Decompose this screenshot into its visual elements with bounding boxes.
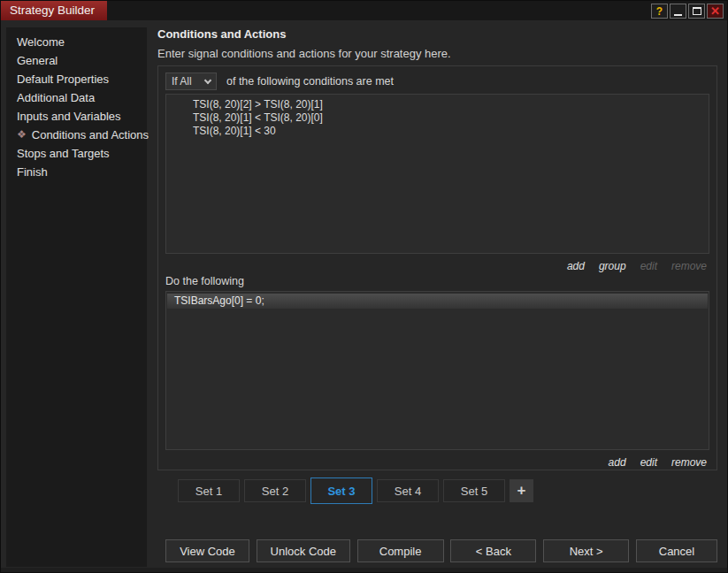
footer-buttons: View Code Unlock Code Compile < Back Nex… (165, 539, 717, 562)
sidebar-item-finish[interactable]: Finish (6, 163, 147, 181)
page-subtitle: Enter signal conditions and actions for … (157, 47, 717, 60)
action-item-selected[interactable]: TSIBarsAgo[0] = 0; (167, 294, 708, 309)
add-set-button[interactable]: + (510, 479, 533, 502)
condition-item[interactable]: TSI(8, 20)[1] < 30 (166, 125, 709, 138)
group-condition-link[interactable]: group (599, 260, 626, 272)
maximize-button[interactable] (688, 4, 705, 19)
remove-condition-link: remove (671, 260, 707, 272)
tab-set-2[interactable]: Set 2 (244, 479, 306, 502)
sidebar-item-general[interactable]: General (6, 51, 147, 70)
window-controls: ? ✕ (651, 4, 724, 19)
condition-item[interactable]: TSI(8, 20)[1] < TSI(8, 20)[0] (166, 111, 709, 125)
main-panel: Conditions and Actions Enter signal cond… (157, 27, 717, 567)
remove-action-link[interactable]: remove (671, 456, 707, 469)
sidebar-item-additional-data[interactable]: Additional Data (6, 88, 147, 107)
sidebar-item-stops-and-targets[interactable]: Stops and Targets (6, 144, 147, 163)
conditions-list[interactable]: TSI(8, 20)[2] > TSI(8, 20)[1] TSI(8, 20)… (165, 94, 709, 254)
current-step-icon: ❖ (17, 126, 27, 144)
chevron-down-icon (204, 76, 211, 83)
match-mode-label: of the following conditions are met (226, 75, 394, 88)
set-tabs: Set 1 Set 2 Set 3 Set 4 Set 5 + (178, 476, 533, 502)
maximize-icon (693, 7, 701, 15)
action-links: add edit remove (158, 456, 707, 469)
window-frame-bottom (1, 568, 727, 572)
actions-list[interactable]: TSIBarsAgo[0] = 0; (165, 291, 709, 450)
condition-item[interactable]: TSI(8, 20)[2] > TSI(8, 20)[1] (166, 98, 709, 111)
cancel-button[interactable]: Cancel (636, 539, 717, 562)
strategy-builder-window: Strategy Builder ? ✕ Welcome General Def… (0, 0, 728, 573)
condition-links: add group edit remove (158, 260, 707, 272)
sidebar-item-welcome[interactable]: Welcome (6, 33, 147, 51)
tab-set-1[interactable]: Set 1 (178, 479, 240, 502)
sidebar-item-default-properties[interactable]: Default Properties (6, 70, 147, 88)
actions-label: Do the following (165, 275, 717, 287)
close-icon: ✕ (710, 4, 720, 18)
view-code-button[interactable]: View Code (165, 539, 249, 562)
help-button[interactable]: ? (651, 4, 668, 19)
add-action-link[interactable]: add (609, 456, 626, 469)
tab-set-4[interactable]: Set 4 (377, 479, 439, 502)
close-button[interactable]: ✕ (707, 4, 724, 19)
edit-condition-link: edit (640, 260, 657, 272)
sidebar-item-inputs-and-variables[interactable]: Inputs and Variables (6, 107, 147, 126)
minimize-button[interactable] (670, 4, 686, 19)
tab-set-3[interactable]: Set 3 (310, 478, 372, 504)
titlebar: Strategy Builder ? ✕ (1, 1, 727, 20)
compile-button[interactable]: Compile (357, 539, 444, 562)
condition-set-page: If All of the following conditions are m… (157, 65, 717, 470)
window-title: Strategy Builder (1, 1, 107, 20)
add-condition-link[interactable]: add (567, 260, 585, 272)
edit-action-link[interactable]: edit (640, 456, 657, 469)
match-row: If All of the following conditions are m… (165, 73, 717, 90)
tab-set-5[interactable]: Set 5 (443, 479, 505, 502)
sidebar-item-conditions-and-actions[interactable]: ❖ Conditions and Actions (6, 126, 147, 144)
sidebar: Welcome General Default Properties Addit… (6, 27, 147, 567)
unlock-code-button[interactable]: Unlock Code (257, 539, 350, 562)
next-button[interactable]: Next > (543, 539, 629, 562)
page-title: Conditions and Actions (157, 27, 717, 41)
help-icon: ? (656, 5, 663, 18)
match-mode-dropdown[interactable]: If All (165, 73, 217, 90)
back-button[interactable]: < Back (450, 539, 536, 562)
minimize-icon (674, 14, 682, 16)
